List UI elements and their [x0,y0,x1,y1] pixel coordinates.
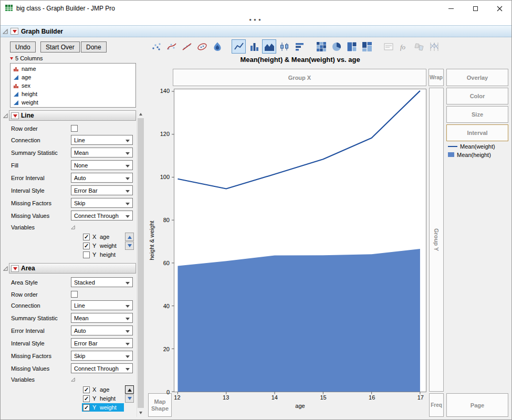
start-over-button[interactable]: Start Over [40,41,80,52]
row-order-label: Row order [11,125,71,132]
mosaic-icon[interactable] [360,39,374,54]
summary-statistic-select[interactable]: Mean [71,148,133,158]
missing-values-select[interactable]: Connect Through [71,211,133,220]
heatmap-icon[interactable] [314,39,328,54]
disclosure-triangle-icon[interactable] [71,225,75,229]
red-triangle-icon[interactable] [10,57,13,61]
parallel-plot-icon[interactable] [427,39,441,54]
zone-interval[interactable]: Interval [446,124,508,141]
error-interval-label: Error Interval [11,175,71,181]
summary-statistic-select[interactable]: Mean [71,313,133,323]
move-up-button[interactable] [125,233,134,241]
maximize-button[interactable] [463,1,487,16]
legend-item-mean-weight[interactable]: Mean(weight) [448,143,495,150]
scroll-thumb[interactable] [138,118,144,408]
column-item[interactable]: height [11,90,135,98]
histogram-icon[interactable] [292,39,307,54]
red-triangle-menu-button[interactable] [11,28,18,35]
zone-map-shape[interactable]: Map Shape [148,393,172,417]
red-triangle-menu-button[interactable] [11,265,19,272]
missing-values-select[interactable]: Connect Through [71,363,133,373]
ellipse-icon[interactable] [195,39,209,54]
column-item[interactable]: weight [11,98,135,107]
minimize-button[interactable] [439,1,463,16]
variable-checkbox[interactable] [83,404,90,411]
zone-group-y[interactable]: Group Y [429,88,444,392]
variable-checkbox[interactable] [83,234,90,240]
scroll-up-button[interactable] [137,110,144,118]
line-variable-y-height[interactable]: Yheight [82,250,124,259]
line-of-fit-icon[interactable] [180,39,194,54]
variable-checkbox[interactable] [83,251,90,258]
column-item[interactable]: sex [11,81,135,90]
zone-overlay[interactable]: Overlay [446,69,508,86]
line-section-header[interactable]: Line [9,110,136,121]
row-order-checkbox[interactable] [71,125,78,132]
scroll-down-button[interactable] [137,410,144,417]
missing-factors-select[interactable]: Skip [71,198,133,208]
panel-scrollbar[interactable] [137,110,144,417]
caption-box-icon[interactable] [381,39,395,54]
pie-chart-icon[interactable] [329,39,343,54]
row-order-checkbox[interactable] [71,291,78,298]
area-variable-x-age[interactable]: Xage [82,385,124,394]
zone-group-x[interactable]: Group X [173,69,426,86]
line-variable-x-age[interactable]: Xage [82,233,124,241]
x-tick-label: 14 [271,394,278,401]
column-item[interactable]: name [11,65,135,73]
area-section-header[interactable]: Area [9,263,136,274]
splitter-dots-handle[interactable]: ●●● [1,16,511,25]
continuous-column-icon [13,100,19,106]
treemap-icon[interactable] [344,39,359,54]
interval-style-select[interactable]: Error Bar [71,185,133,195]
close-icon [497,6,503,12]
connection-select[interactable]: Line [71,135,133,145]
interval-style-select[interactable]: Error Bar [71,338,133,348]
error-interval-select[interactable]: Auto [71,326,133,335]
zone-freq[interactable]: Freq [429,393,444,417]
zone-page[interactable]: Page [446,393,508,417]
zone-color[interactable]: Color [446,88,508,104]
done-button[interactable]: Done [81,41,107,52]
connection-select[interactable]: Line [71,300,133,310]
variable-checkbox[interactable] [83,386,90,393]
disclosure-triangle-icon[interactable] [71,377,75,382]
connection-label: Connection [11,137,71,143]
variable-checkbox[interactable] [83,243,90,249]
area-variable-y-height[interactable]: Yheight [82,394,124,403]
error-interval-select[interactable]: Auto [71,173,133,183]
area-style-select[interactable]: Stacked [71,277,133,287]
plot-area[interactable] [174,89,426,392]
line-chart-icon[interactable] [232,39,246,54]
close-button[interactable] [487,1,511,16]
formula-icon[interactable]: fo [396,39,411,54]
disclosure-triangle-icon[interactable] [3,266,8,272]
box-plot-icon[interactable] [277,39,291,54]
variable-checkbox[interactable] [83,395,90,402]
panel-title: Graph Builder [21,28,63,35]
area-chart-icon[interactable] [262,39,276,54]
disclosure-triangle-icon[interactable] [3,29,8,34]
zone-wrap[interactable]: Wrap [429,69,444,86]
legend-item-mean-height[interactable]: Mean(height) [448,151,495,158]
move-down-button[interactable] [125,242,134,250]
move-up-button[interactable] [125,385,134,394]
points-icon[interactable] [149,39,163,54]
contour-icon[interactable] [210,39,224,54]
smoother-icon[interactable] [164,39,179,54]
missing-values-label: Missing Values [11,213,71,219]
column-item[interactable]: age [11,73,135,81]
disclosure-triangle-icon[interactable] [3,113,8,119]
missing-factors-select[interactable]: Skip [71,351,133,361]
bar-chart-icon[interactable] [247,39,261,54]
y-tick-label: 140 [160,88,170,94]
move-down-button[interactable] [125,394,134,403]
zone-size[interactable]: Size [446,106,508,123]
map-shapes-icon[interactable] [412,39,426,54]
undo-button[interactable]: Undo [10,41,36,52]
area-variable-y-weight-selected[interactable]: Yweight [82,403,124,412]
jmp-app-icon [5,4,13,13]
line-variable-y-weight[interactable]: Yweight [82,242,124,250]
fill-select[interactable]: None [71,160,133,170]
red-triangle-menu-button[interactable] [11,112,19,119]
